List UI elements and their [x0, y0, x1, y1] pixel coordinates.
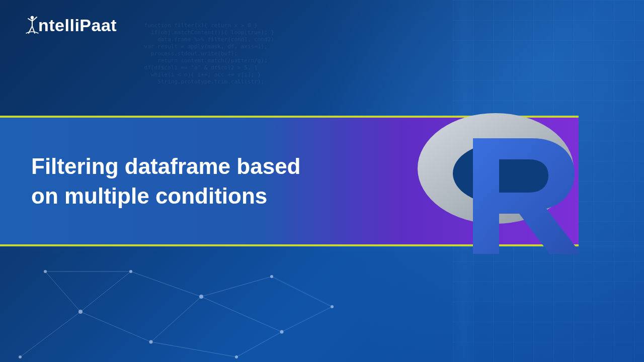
svg-point-21: [235, 355, 238, 358]
svg-line-7: [151, 297, 201, 342]
svg-line-11: [272, 277, 332, 307]
svg-point-16: [19, 355, 22, 358]
svg-point-17: [78, 310, 83, 314]
svg-point-22: [270, 275, 273, 278]
svg-point-18: [149, 340, 153, 344]
brand-name: ntelliPaat: [38, 16, 117, 35]
banner-line-2: on multiple conditions: [31, 184, 267, 208]
svg-line-14: [45, 272, 80, 312]
svg-line-4: [80, 312, 151, 342]
svg-point-0: [31, 17, 33, 19]
svg-point-19: [129, 270, 132, 273]
background-code-decoration: function filter(x){ return x > 0 } if(ob…: [141, 15, 493, 106]
svg-point-23: [280, 330, 284, 334]
svg-point-24: [331, 305, 334, 308]
svg-line-8: [151, 342, 236, 357]
svg-line-9: [201, 277, 272, 297]
svg-line-12: [282, 307, 332, 332]
svg-line-5: [80, 272, 131, 312]
svg-line-3: [20, 312, 80, 357]
r-language-logo: [413, 96, 579, 261]
svg-line-10: [201, 297, 282, 332]
svg-point-25: [44, 270, 47, 273]
banner-line-1: Filtering dataframe based: [31, 154, 300, 178]
svg-line-13: [236, 332, 282, 357]
brand-figure-icon: [25, 15, 39, 35]
svg-point-20: [199, 295, 203, 299]
plexus-decoration: [0, 241, 392, 362]
banner-title: Filtering dataframe based on multiple co…: [31, 151, 300, 211]
svg-line-6: [131, 272, 201, 297]
brand-logo: ntelliPaat: [25, 15, 117, 35]
